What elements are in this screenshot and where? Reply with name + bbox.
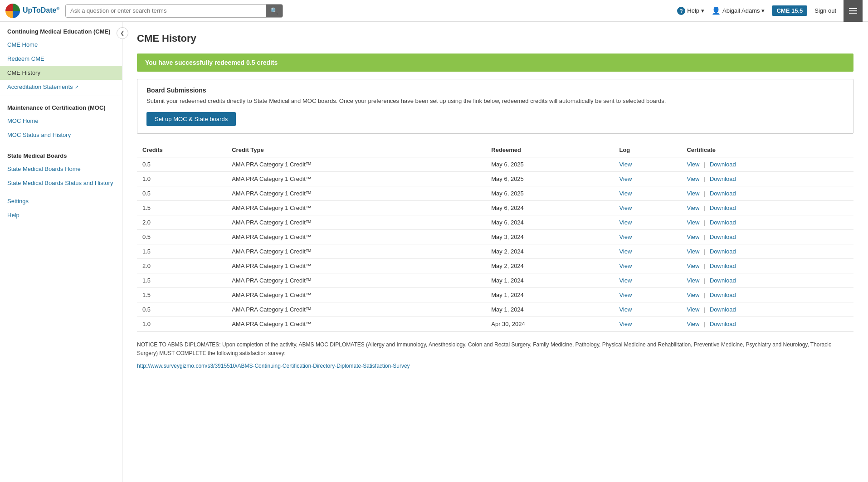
separator-10: | xyxy=(704,306,705,313)
separator-11: | xyxy=(704,321,705,327)
cell-log-1: View xyxy=(614,171,681,186)
cert-view-link-4[interactable]: View xyxy=(687,219,699,226)
col-credits: Credits xyxy=(137,143,226,157)
cell-redeemed-7: May 2, 2024 xyxy=(486,258,614,273)
cert-view-link-0[interactable]: View xyxy=(687,161,699,168)
log-view-link-8[interactable]: View xyxy=(619,277,632,284)
sidebar-item-moc-status[interactable]: MOC Status and History xyxy=(0,128,122,142)
sidebar-item-smb-status[interactable]: State Medical Boards Status and History xyxy=(0,176,122,190)
user-icon: 👤 xyxy=(712,6,721,15)
cell-cert-9: View | Download xyxy=(681,287,853,302)
header: UpToDate® 🔍 ? Help ▾ 👤 Abigail Adams ▾ C… xyxy=(0,0,868,22)
log-view-link-2[interactable]: View xyxy=(619,190,632,197)
cell-log-10: View xyxy=(614,302,681,316)
table-header-row: Credits Credit Type Redeemed Log Certifi… xyxy=(137,143,853,157)
setup-moc-button[interactable]: Set up MOC & State boards xyxy=(146,112,236,126)
cert-download-link-4[interactable]: Download xyxy=(710,219,736,226)
cert-view-link-9[interactable]: View xyxy=(687,292,699,298)
cell-redeemed-6: May 2, 2024 xyxy=(486,244,614,258)
col-certificate: Certificate xyxy=(681,143,853,157)
cert-download-link-1[interactable]: Download xyxy=(710,175,736,182)
cell-cert-2: View | Download xyxy=(681,186,853,200)
cert-view-link-11[interactable]: View xyxy=(687,321,699,327)
cell-cert-0: View | Download xyxy=(681,157,853,171)
cell-credit-type-8: AMA PRA Category 1 Credit™ xyxy=(226,273,486,287)
table-row: 1.0 AMA PRA Category 1 Credit™ Apr 30, 2… xyxy=(137,316,853,331)
cert-view-link-5[interactable]: View xyxy=(687,234,699,240)
cell-log-8: View xyxy=(614,273,681,287)
cell-credit-type-3: AMA PRA Category 1 Credit™ xyxy=(226,200,486,215)
cell-credit-type-11: AMA PRA Category 1 Credit™ xyxy=(226,316,486,331)
sidebar-item-help[interactable]: Help xyxy=(0,208,122,222)
sidebar-toggle-button[interactable]: ❮ xyxy=(117,27,128,39)
separator-0: | xyxy=(704,161,705,168)
sidebar-divider-3 xyxy=(0,192,122,192)
cert-download-link-7[interactable]: Download xyxy=(710,263,736,269)
cme-badge[interactable]: CME 15.5 xyxy=(772,5,807,16)
log-view-link-5[interactable]: View xyxy=(619,234,632,240)
user-menu-button[interactable]: 👤 Abigail Adams ▾ xyxy=(712,6,765,15)
signout-button[interactable]: Sign out xyxy=(814,7,836,14)
cert-view-link-10[interactable]: View xyxy=(687,306,699,313)
cell-credit-type-10: AMA PRA Category 1 Credit™ xyxy=(226,302,486,316)
sidebar-item-accreditation[interactable]: Accreditation Statements ↗ xyxy=(0,80,122,94)
cert-download-link-10[interactable]: Download xyxy=(710,306,736,313)
log-view-link-6[interactable]: View xyxy=(619,248,632,255)
cert-view-link-1[interactable]: View xyxy=(687,175,699,182)
table-row: 0.5 AMA PRA Category 1 Credit™ May 1, 20… xyxy=(137,302,853,316)
help-button[interactable]: ? Help ▾ xyxy=(677,7,704,15)
cert-download-link-6[interactable]: Download xyxy=(710,248,736,255)
log-view-link-1[interactable]: View xyxy=(619,175,632,182)
sidebar-item-cme-history[interactable]: CME History xyxy=(0,66,122,80)
cert-view-link-3[interactable]: View xyxy=(687,204,699,211)
cert-download-link-8[interactable]: Download xyxy=(710,277,736,284)
cert-download-link-2[interactable]: Download xyxy=(710,190,736,197)
cell-redeemed-1: May 6, 2025 xyxy=(486,171,614,186)
cell-cert-3: View | Download xyxy=(681,200,853,215)
cert-download-link-5[interactable]: Download xyxy=(710,234,736,240)
cell-credits-1: 1.0 xyxy=(137,171,226,186)
sidebar-item-redeem-cme[interactable]: Redeem CME xyxy=(0,52,122,66)
hamburger-menu-button[interactable] xyxy=(844,0,863,22)
cert-view-link-6[interactable]: View xyxy=(687,248,699,255)
log-view-link-3[interactable]: View xyxy=(619,204,632,211)
cert-download-link-3[interactable]: Download xyxy=(710,204,736,211)
search-button[interactable]: 🔍 xyxy=(266,5,283,17)
cell-credits-4: 2.0 xyxy=(137,215,226,229)
cert-download-link-9[interactable]: Download xyxy=(710,292,736,298)
cert-view-link-7[interactable]: View xyxy=(687,263,699,269)
logo-icon xyxy=(5,4,20,18)
separator-4: | xyxy=(704,219,705,226)
table-row: 2.0 AMA PRA Category 1 Credit™ May 6, 20… xyxy=(137,215,853,229)
log-view-link-4[interactable]: View xyxy=(619,219,632,226)
cell-credits-7: 2.0 xyxy=(137,258,226,273)
sidebar-item-smb-home[interactable]: State Medical Boards Home xyxy=(0,162,122,176)
cert-view-link-8[interactable]: View xyxy=(687,277,699,284)
cert-view-link-2[interactable]: View xyxy=(687,190,699,197)
cell-credit-type-4: AMA PRA Category 1 Credit™ xyxy=(226,215,486,229)
log-view-link-7[interactable]: View xyxy=(619,263,632,269)
log-view-link-10[interactable]: View xyxy=(619,306,632,313)
cert-download-link-11[interactable]: Download xyxy=(710,321,736,327)
log-view-link-0[interactable]: View xyxy=(619,161,632,168)
log-view-link-11[interactable]: View xyxy=(619,321,632,327)
cell-credits-3: 1.5 xyxy=(137,200,226,215)
table-row: 2.0 AMA PRA Category 1 Credit™ May 2, 20… xyxy=(137,258,853,273)
cert-download-link-0[interactable]: Download xyxy=(710,161,736,168)
log-view-link-9[interactable]: View xyxy=(619,292,632,298)
cell-log-3: View xyxy=(614,200,681,215)
moc-section-title: Maintenance of Certification (MOC) xyxy=(0,98,122,114)
logo-text[interactable]: UpToDate® xyxy=(23,6,59,15)
sidebar-item-settings[interactable]: Settings xyxy=(0,194,122,208)
cell-redeemed-5: May 3, 2024 xyxy=(486,229,614,244)
cell-cert-5: View | Download xyxy=(681,229,853,244)
cell-credit-type-0: AMA PRA Category 1 Credit™ xyxy=(226,157,486,171)
notice-link[interactable]: http://www.surveygizmo.com/s3/3915510/AB… xyxy=(137,363,410,369)
success-banner: You have successfully redeemed 0.5 credi… xyxy=(137,54,853,72)
sidebar-item-cme-home[interactable]: CME Home xyxy=(0,38,122,52)
sidebar-item-moc-home[interactable]: MOC Home xyxy=(0,114,122,128)
cell-credit-type-7: AMA PRA Category 1 Credit™ xyxy=(226,258,486,273)
cme-section-title: Continuing Medical Education (CME) xyxy=(0,22,122,38)
smb-section-title: State Medical Boards xyxy=(0,146,122,162)
search-input[interactable] xyxy=(66,5,266,17)
